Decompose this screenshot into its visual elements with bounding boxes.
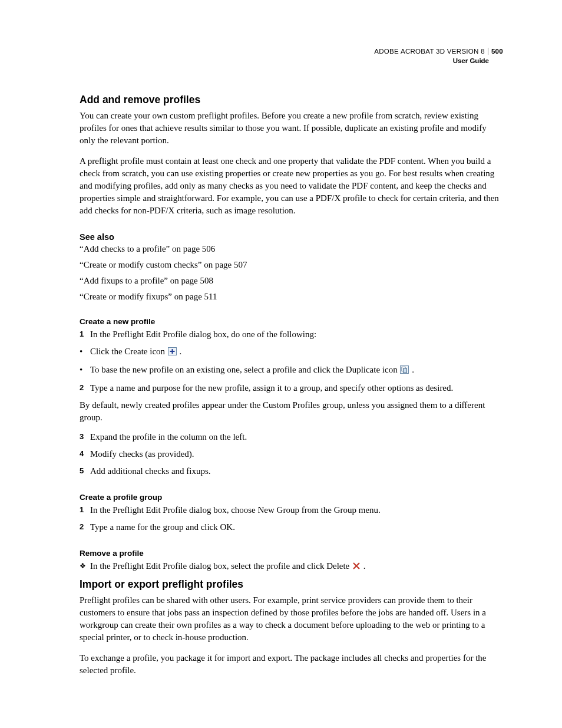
step-text: Modify checks (as provided).: [90, 448, 194, 460]
heading-remove-profile: Remove a profile: [80, 549, 503, 558]
step-row: 3 Expand the profile in the column on th…: [80, 431, 503, 443]
see-also-link[interactable]: “Create or modify custom checks” on page…: [80, 260, 503, 270]
step-row: 4 Modify checks (as provided).: [80, 448, 503, 460]
bullet-text-part: .: [180, 347, 182, 356]
svg-rect-5: [404, 368, 407, 373]
step-row: 2 Type a name and purpose for the new pr…: [80, 382, 503, 394]
step-text-part: In the Preflight Edit Profile dialog box…: [90, 561, 352, 571]
step-text: In the Preflight Edit Profile dialog box…: [90, 504, 381, 516]
body-paragraph: A preflight profile must contain at leas…: [80, 155, 503, 217]
see-also-link[interactable]: “Add checks to a profile” on page 506: [80, 244, 503, 254]
bullet-row: • To base the new profile on an existing…: [80, 364, 503, 377]
step-row: 5 Add additional checks and fixups.: [80, 465, 503, 477]
heading-create-new-profile: Create a new profile: [80, 317, 503, 326]
bullet-row: • Click the Create icon .: [80, 345, 503, 359]
step-row: 1 In the Preflight Edit Profile dialog b…: [80, 328, 503, 341]
page-header: ADOBE ACROBAT 3D VERSION 8500 User Guide: [80, 47, 503, 65]
step-text: In the Preflight Edit Profile dialog box…: [90, 328, 316, 341]
body-paragraph: Preflight profiles can be shared with ot…: [80, 594, 503, 644]
diamond-marker: ❖: [80, 560, 90, 572]
step-row: ❖ In the Preflight Edit Profile dialog b…: [80, 560, 503, 574]
step-row: 1 In the Preflight Edit Profile dialog b…: [80, 504, 503, 516]
body-paragraph: To exchange a profile, you package it fo…: [80, 652, 503, 677]
bullet-text: Click the Create icon .: [90, 345, 181, 359]
bullet-marker: •: [80, 345, 90, 358]
header-product: ADOBE ACROBAT 3D VERSION 8: [374, 48, 485, 55]
duplicate-icon: [400, 365, 409, 377]
step-number: 2: [80, 521, 90, 533]
heading-see-also: See also: [80, 232, 503, 242]
heading-add-remove-profiles: Add and remove profiles: [80, 94, 503, 106]
note-paragraph: By default, newly created profiles appea…: [80, 399, 503, 424]
header-page-number: 500: [488, 48, 503, 55]
create-icon: [168, 347, 177, 359]
bullet-text-part: .: [412, 365, 414, 374]
header-product-line: ADOBE ACROBAT 3D VERSION 8500: [80, 47, 503, 57]
step-number: 1: [80, 328, 90, 340]
step-number: 3: [80, 431, 90, 443]
step-number: 1: [80, 504, 90, 516]
bullet-marker: •: [80, 364, 90, 376]
step-text: Expand the profile in the column on the …: [90, 431, 247, 443]
header-subtitle: User Guide: [80, 57, 503, 66]
bullet-text-part: To base the new profile on an existing o…: [90, 365, 399, 374]
step-text-part: .: [363, 561, 366, 571]
step-row: 2 Type a name for the group and click OK…: [80, 521, 503, 533]
delete-icon: [352, 561, 361, 574]
bullet-text-part: Click the Create icon: [90, 347, 167, 356]
page: ADOBE ACROBAT 3D VERSION 8500 User Guide…: [0, 0, 562, 728]
step-text: Type a name and purpose for the new prof…: [90, 382, 453, 394]
step-text: Add additional checks and fixups.: [90, 465, 211, 477]
body-paragraph: You can create your own custom preflight…: [80, 110, 503, 147]
heading-create-profile-group: Create a profile group: [80, 493, 503, 502]
step-number: 5: [80, 465, 90, 477]
see-also-link[interactable]: “Create or modify fixups” on page 511: [80, 292, 503, 302]
step-number: 2: [80, 382, 90, 394]
bullet-text: To base the new profile on an existing o…: [90, 364, 414, 377]
see-also-link[interactable]: “Add fixups to a profile” on page 508: [80, 276, 503, 286]
step-text: Type a name for the group and click OK.: [90, 521, 235, 533]
step-number: 4: [80, 448, 90, 460]
heading-import-export: Import or export preflight profiles: [80, 578, 503, 591]
step-text: In the Preflight Edit Profile dialog box…: [90, 560, 366, 574]
